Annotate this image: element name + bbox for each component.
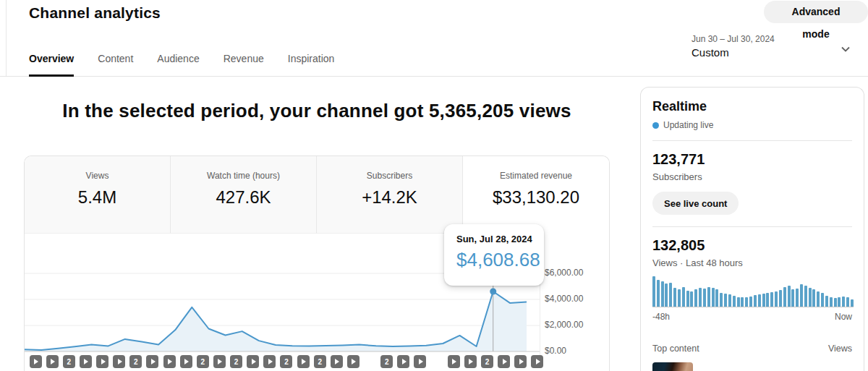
metric-card-views[interactable]: Views 5.4M [25,156,171,234]
play-icon [335,359,339,364]
metric-card-estimated-revenue[interactable]: Estimated revenue $33,130.20 [463,156,609,234]
publish-count-label: 2 [134,358,138,366]
video-publish-marker[interactable] [531,355,543,368]
play-icon [402,359,407,364]
realtime-bar [770,292,773,307]
live-dot-icon [652,122,659,129]
publish-count-label: 2 [201,358,205,366]
multi-video-publish-marker[interactable]: 2 [230,355,242,368]
video-publish-marker[interactable] [180,355,192,368]
date-range-preset: Custom [692,46,855,59]
realtime-bar [745,297,748,307]
realtime-bar [775,291,778,307]
play-icon [168,359,172,364]
realtime-bar [699,288,702,307]
video-publish-marker[interactable] [448,355,460,368]
tab-content[interactable]: Content [98,43,133,77]
realtime-bar [657,280,660,307]
play-icon [519,359,524,364]
video-publish-marker[interactable] [80,355,92,368]
realtime-bar [741,297,744,307]
play-icon [51,359,55,364]
realtime-bar [682,287,685,307]
video-publish-marker[interactable] [247,355,259,368]
metric-label: Watch time (hours) [171,171,316,181]
analytics-tabs: Overview Content Audience Revenue Inspir… [29,43,334,77]
views-summary-headline: In the selected period, your channel got… [24,100,610,122]
video-publish-marker[interactable] [464,355,477,368]
realtime-bar [694,289,697,307]
video-publish-marker[interactable] [263,355,276,368]
multi-video-publish-marker[interactable]: 2 [314,355,326,368]
multi-video-publish-marker[interactable]: 2 [129,355,142,368]
realtime-bar [669,283,672,307]
multi-video-publish-marker[interactable]: 2 [63,355,75,368]
realtime-bar [728,294,731,307]
tab-overview[interactable]: Overview [29,43,74,77]
metric-card-subscribers[interactable]: Subscribers +14.2K [317,156,463,234]
video-publish-marker[interactable] [163,355,176,368]
divider [652,226,852,227]
realtime-bar [686,291,689,307]
video-publish-marker[interactable] [498,355,510,368]
play-icon [218,359,222,364]
realtime-axis-left: -48h [652,312,670,322]
metric-value: 427.6K [171,187,316,208]
play-icon [118,359,122,364]
see-live-count-button[interactable]: See live count [652,192,739,215]
realtime-bar [678,289,681,307]
realtime-bar [724,294,727,307]
realtime-bar [758,294,761,307]
date-range-text: Jun 30 – Jul 30, 2024 [692,34,855,44]
tab-inspiration[interactable]: Inspiration [288,43,335,77]
realtime-bar [733,296,736,307]
realtime-bar [737,297,740,307]
realtime-bar [821,293,824,307]
video-publish-marker[interactable] [331,355,343,368]
realtime-bar-chart [652,277,854,307]
video-publish-marker[interactable] [146,355,158,368]
multi-video-publish-marker[interactable]: 2 [481,355,493,368]
realtime-views-label: Views · Last 48 hours [652,257,852,268]
play-icon [34,359,38,364]
highlighted-data-point[interactable] [490,289,496,295]
video-publish-marker[interactable] [213,355,226,368]
realtime-bar [834,298,837,307]
multi-video-publish-marker[interactable]: 2 [380,355,393,368]
tab-revenue[interactable]: Revenue [224,43,264,77]
multi-video-publish-marker[interactable]: 2 [280,355,292,368]
metric-card-watch-time[interactable]: Watch time (hours) 427.6K [171,156,317,234]
video-publish-marker[interactable] [514,355,527,368]
realtime-bar [796,289,799,307]
realtime-bar [762,294,765,307]
realtime-bar [754,295,757,307]
video-publish-marker[interactable] [347,355,359,368]
realtime-bar [749,297,752,307]
date-range-picker[interactable]: Jun 30 – Jul 30, 2024 Custom [692,34,855,59]
analytics-summary-card: Views 5.4M Watch time (hours) 427.6K Sub… [24,155,610,371]
video-publish-marker[interactable] [297,355,310,368]
play-icon [419,359,423,364]
left-edge-divider [6,0,7,76]
video-publish-marker[interactable] [397,355,409,368]
top-content-thumbnail[interactable] [652,362,693,371]
realtime-bar [665,283,668,307]
video-publish-marker[interactable] [30,355,42,368]
video-publish-marker[interactable] [414,355,426,368]
publish-count-label: 2 [485,358,490,366]
metric-value: $33,130.20 [463,187,609,208]
video-publish-marker[interactable] [46,355,59,368]
tab-audience[interactable]: Audience [157,43,199,77]
multi-video-publish-marker[interactable]: 2 [197,355,209,368]
publish-count-label: 2 [318,358,322,366]
divider [652,140,852,141]
realtime-bar [652,276,655,307]
realtime-bar [809,288,812,307]
top-content-label: Top content [652,344,699,354]
realtime-subscribers-value: 123,771 [652,151,852,168]
video-publish-marker[interactable] [113,355,125,368]
page-title: Channel analytics [29,4,161,22]
tooltip-date: Sun, Jul 28, 2024 [456,234,544,244]
advanced-mode-button[interactable]: Advanced mode [764,1,868,23]
video-publish-marker[interactable] [96,355,109,368]
